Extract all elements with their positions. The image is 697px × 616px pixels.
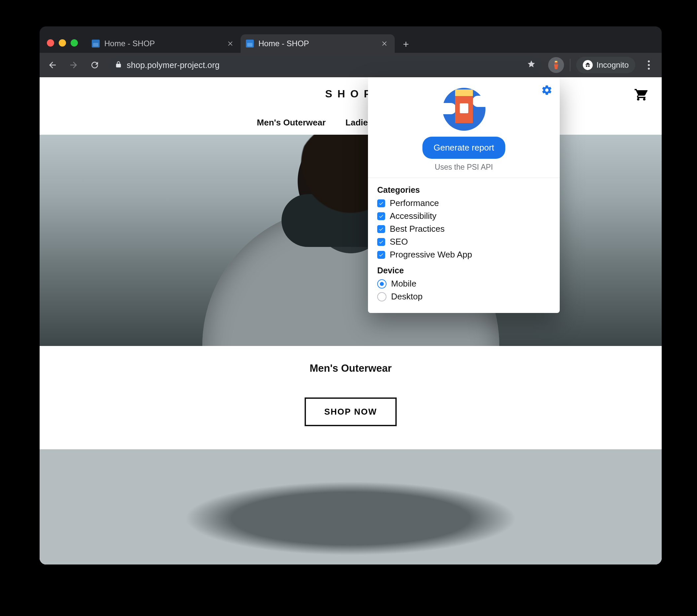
category-label: Progressive Web App — [390, 250, 472, 260]
device-label: Mobile — [391, 279, 416, 289]
incognito-icon — [583, 60, 593, 70]
device-list: Mobile Desktop — [377, 279, 550, 302]
url-text: shop.polymer-project.org — [127, 60, 220, 70]
category-seo[interactable]: SEO — [377, 237, 550, 247]
category-pwa[interactable]: Progressive Web App — [377, 250, 550, 260]
minimize-window-button[interactable] — [59, 39, 66, 46]
reload-button[interactable] — [87, 57, 102, 73]
categories-heading: Categories — [377, 185, 550, 195]
new-tab-button[interactable] — [397, 36, 415, 53]
bookmark-star-icon[interactable] — [527, 60, 536, 70]
category-label: SEO — [390, 237, 408, 247]
cart-icon[interactable] — [634, 87, 649, 102]
section-title: Men's Outerwear — [40, 363, 662, 375]
lighthouse-extension-button[interactable] — [548, 57, 564, 73]
tab-active[interactable]: Home - SHOP — [241, 34, 395, 53]
address-bar[interactable]: shop.polymer-project.org — [108, 57, 542, 74]
nav-mens-outerwear[interactable]: Men's Outerwear — [257, 118, 325, 128]
tab-inactive[interactable]: Home - SHOP — [87, 34, 241, 53]
shop-header: SHOP — [40, 77, 662, 110]
checkbox-checked-icon — [377, 225, 385, 233]
radio-unselected-icon — [377, 292, 386, 302]
category-label: Best Practices — [390, 224, 445, 234]
viewport: SHOP Men's Outerwear Ladies Outerwear M — [40, 77, 662, 564]
maximize-window-button[interactable] — [71, 39, 78, 46]
category-label: Accessibility — [390, 211, 436, 221]
checkbox-checked-icon — [377, 200, 385, 207]
shop-page: SHOP Men's Outerwear Ladies Outerwear M — [40, 77, 662, 564]
shop-now-button[interactable]: SHOP NOW — [305, 397, 397, 426]
checkbox-checked-icon — [377, 212, 385, 220]
tab-strip: Home - SHOP Home - SHOP — [40, 26, 662, 53]
favicon-icon — [92, 40, 100, 47]
radio-selected-icon — [377, 279, 386, 289]
lighthouse-popup: Generate report Uses the PSI API Categor… — [368, 77, 560, 313]
device-desktop[interactable]: Desktop — [377, 292, 550, 302]
category-accessibility[interactable]: Accessibility — [377, 211, 550, 221]
generate-report-button[interactable]: Generate report — [422, 137, 506, 159]
tab-close-button[interactable] — [226, 39, 235, 48]
secondary-hero-image — [40, 449, 662, 564]
lock-icon — [115, 60, 122, 70]
category-best-practices[interactable]: Best Practices — [377, 224, 550, 234]
close-window-button[interactable] — [47, 39, 54, 46]
category-label: Performance — [390, 198, 439, 208]
window-controls — [47, 33, 78, 53]
divider — [368, 178, 560, 178]
separator — [570, 59, 570, 71]
checkbox-checked-icon — [377, 251, 385, 259]
gear-icon[interactable] — [541, 85, 552, 97]
device-mobile[interactable]: Mobile — [377, 279, 550, 289]
tab-title: Home - SHOP — [104, 39, 221, 48]
shop-nav: Men's Outerwear Ladies Outerwear M — [40, 110, 662, 135]
device-label: Desktop — [391, 292, 422, 302]
incognito-chip[interactable]: Incognito — [576, 57, 635, 73]
categories-list: Performance Accessibility Best Practices… — [377, 198, 550, 260]
hero-image — [40, 135, 662, 346]
chrome-menu-button[interactable] — [641, 57, 656, 73]
toolbar: shop.polymer-project.org Incognito — [40, 53, 662, 77]
checkbox-checked-icon — [377, 238, 385, 246]
incognito-label: Incognito — [597, 60, 629, 70]
forward-button[interactable] — [66, 57, 81, 73]
svg-rect-0 — [555, 61, 558, 62]
tab-close-button[interactable] — [380, 39, 389, 48]
back-button[interactable] — [45, 57, 60, 73]
category-performance[interactable]: Performance — [377, 198, 550, 208]
favicon-icon — [246, 40, 254, 47]
psi-subtext: Uses the PSI API — [377, 163, 550, 172]
lighthouse-logo-icon — [443, 88, 486, 131]
tab-title: Home - SHOP — [258, 39, 375, 48]
browser-window: Home - SHOP Home - SHOP — [40, 26, 662, 564]
device-heading: Device — [377, 266, 550, 275]
